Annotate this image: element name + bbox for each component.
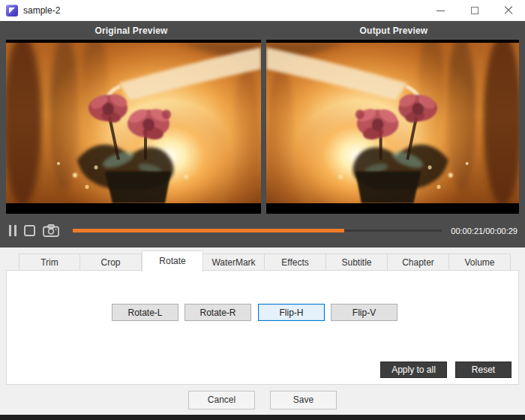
progress-fill xyxy=(73,229,344,232)
output-preview xyxy=(266,40,519,214)
original-preview xyxy=(6,40,261,214)
preview-header: Original Preview Output Preview xyxy=(0,21,525,40)
tab-bar: Trim Crop Rotate WaterMark Effects Subti… xyxy=(19,250,511,271)
original-scene xyxy=(6,43,261,203)
tab-subtitle[interactable]: Subtitle xyxy=(326,254,388,271)
tab-volume[interactable]: Volume xyxy=(449,254,511,271)
reset-button[interactable]: Reset xyxy=(455,362,512,378)
tab-trim[interactable]: Trim xyxy=(19,254,80,271)
pause-icon xyxy=(9,225,16,236)
maximize-icon xyxy=(471,7,478,14)
progress-track xyxy=(73,230,442,232)
tab-effects[interactable]: Effects xyxy=(265,254,326,271)
tab-rotate[interactable]: Rotate xyxy=(142,250,203,272)
close-button[interactable] xyxy=(491,0,525,21)
camera-icon xyxy=(43,224,59,237)
save-button[interactable]: Save xyxy=(270,391,337,410)
tab-area: Trim Crop Rotate WaterMark Effects Subti… xyxy=(0,248,525,385)
tab-crop[interactable]: Crop xyxy=(80,254,142,271)
rotate-right-button[interactable]: Rotate-R xyxy=(184,304,251,321)
cancel-button[interactable]: Cancel xyxy=(188,391,255,410)
app-icon xyxy=(6,4,18,16)
close-icon xyxy=(504,6,513,15)
minimize-button[interactable] xyxy=(424,0,458,21)
stop-icon xyxy=(24,225,35,236)
time-display: 00:00:21/00:00:29 xyxy=(451,226,518,236)
pause-button[interactable] xyxy=(9,225,16,236)
sunset-scene xyxy=(6,43,261,203)
tab-watermark[interactable]: WaterMark xyxy=(203,254,265,271)
window-controls xyxy=(424,0,525,21)
rotate-left-button[interactable]: Rotate-L xyxy=(112,304,178,321)
output-scene-flipped xyxy=(266,43,519,203)
output-preview-label: Output Preview xyxy=(360,26,428,36)
control-bar: 00:00:21/00:00:29 xyxy=(0,214,525,248)
video-area xyxy=(0,40,525,214)
footer: Cancel Save xyxy=(0,385,525,415)
window-title: sample-2 xyxy=(23,5,60,16)
maximize-button[interactable] xyxy=(458,0,491,21)
sunset-scene-mirrored xyxy=(266,43,519,203)
snapshot-button[interactable] xyxy=(43,224,59,237)
flip-h-button[interactable]: Flip-H xyxy=(258,304,325,321)
apply-to-all-button[interactable]: Apply to all xyxy=(380,362,447,378)
app-window: sample-2 Original Preview Output Preview xyxy=(0,0,525,420)
stop-button[interactable] xyxy=(24,225,35,236)
original-preview-label: Original Preview xyxy=(94,26,167,36)
tab-chapter[interactable]: Chapter xyxy=(388,254,449,271)
minimize-icon xyxy=(436,10,445,11)
progress-bar[interactable] xyxy=(73,226,442,236)
flip-v-button[interactable]: Flip-V xyxy=(331,304,398,321)
bottom-strip xyxy=(0,415,525,420)
titlebar: sample-2 xyxy=(0,0,525,21)
rotate-panel: Rotate-L Rotate-R Flip-H Flip-V Apply to… xyxy=(6,270,519,385)
